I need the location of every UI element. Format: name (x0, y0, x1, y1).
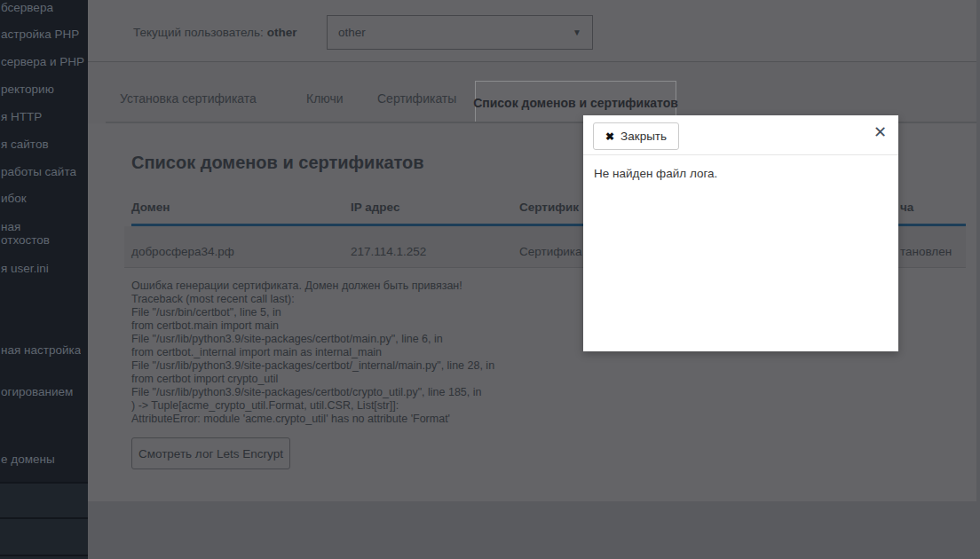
current-user-name: other (267, 26, 297, 39)
tab-cert-install[interactable]: Установка сертификата (120, 91, 257, 106)
user-select-value: other (338, 26, 366, 39)
sidebar-item[interactable]: я сайтов (1, 138, 49, 152)
current-user-label-text: Текущий пользователь: (133, 26, 264, 39)
log-modal: ✖ Закрыть ✕ Не найден файл лога. (583, 115, 898, 351)
table-header-domain: Домен (131, 201, 170, 214)
close-icon[interactable]: ✕ (873, 123, 887, 141)
sidebar-item[interactable]: сервера и PHP (1, 55, 84, 69)
table-cell-domain: добросфера34.рф (131, 245, 234, 258)
page-title: Список доменов и сертификатов (131, 153, 424, 173)
sidebar-section[interactable] (0, 519, 88, 555)
sidebar-item[interactable]: я user.ini (1, 262, 49, 276)
sidebar-item[interactable]: ректорию (1, 83, 54, 97)
tab-domain-cert-list-label: Список доменов и сертификатов (473, 96, 678, 110)
table-header-ip: IP адрес (351, 201, 399, 214)
table-header-certificate: Сертифик (519, 201, 579, 214)
sidebar-item[interactable]: ибок (1, 192, 27, 206)
error-line: from certbot import crypto_util (131, 373, 494, 386)
tab-certificates[interactable]: Сертификаты (377, 91, 456, 106)
view-letsencrypt-log-button[interactable]: Смотреть лог Lets Encrypt (131, 437, 290, 469)
sidebar-item[interactable]: огированием (1, 385, 73, 399)
sidebar-item[interactable]: ная настройка (1, 343, 81, 358)
sidebar: бсервера астройка PHP сервера и PHP рект… (0, 0, 88, 559)
error-line: File "/usr/lib/python3.9/site-packages/c… (131, 333, 494, 346)
sidebar-item[interactable]: ная (1, 220, 20, 234)
error-line: File "/usr/lib/python3.9/site-packages/c… (131, 359, 494, 373)
sidebar-item[interactable]: бсервера (1, 1, 53, 15)
sidebar-item[interactable]: я HTTP (1, 110, 42, 124)
current-user-bar: Текущий пользователь:other other ▼ (88, 0, 976, 62)
error-traceback: Ошибка генерации сертификата. Домен долж… (131, 280, 494, 426)
sidebar-item[interactable]: е домены (1, 453, 55, 467)
chevron-down-icon: ▼ (573, 28, 581, 37)
tabs-bar: Установка сертификата Ключи Сертификаты … (88, 62, 976, 123)
sidebar-section[interactable] (0, 484, 88, 517)
error-line: AttributeError: module 'acme.crypto_util… (131, 413, 494, 426)
tab-keys[interactable]: Ключи (306, 91, 344, 106)
close-x-icon: ✖ (605, 130, 614, 143)
table-cell-key-status: тановлен (900, 245, 952, 258)
error-line: Ошибка генерации сертификата. Домен долж… (131, 280, 494, 293)
modal-close-button[interactable]: ✖ Закрыть (593, 122, 679, 150)
sidebar-item[interactable]: астройка PHP (1, 28, 79, 42)
error-line: ) -> Tuple[acme_crypto_util.Format, util… (131, 399, 494, 413)
modal-message: Не найден файл лога. (594, 167, 717, 180)
error-line: from certbot._internal import main as in… (131, 346, 494, 359)
modal-close-button-label: Закрыть (620, 130, 667, 143)
user-select[interactable]: other ▼ (327, 15, 593, 50)
log-modal-header: ✖ Закрыть ✕ (583, 115, 898, 155)
current-user-label: Текущий пользователь:other (133, 26, 296, 39)
table-header-key-status: ча (900, 201, 913, 214)
sidebar-item[interactable]: отхостов (1, 233, 50, 248)
app-root: бсервера астройка PHP сервера и PHP рект… (0, 0, 980, 559)
error-line: File "/usr/bin/certbot", line 5, in (131, 306, 494, 319)
sidebar-item[interactable]: работы сайта (1, 165, 76, 179)
error-line: from certbot.main import main (131, 319, 494, 333)
error-line: File "/usr/lib/python3.9/site-packages/c… (131, 386, 494, 399)
table-cell-ip: 217.114.1.252 (351, 245, 426, 258)
table-cell-certificate: Сертифика (519, 245, 582, 258)
error-line: Traceback (most recent call last): (131, 293, 494, 306)
